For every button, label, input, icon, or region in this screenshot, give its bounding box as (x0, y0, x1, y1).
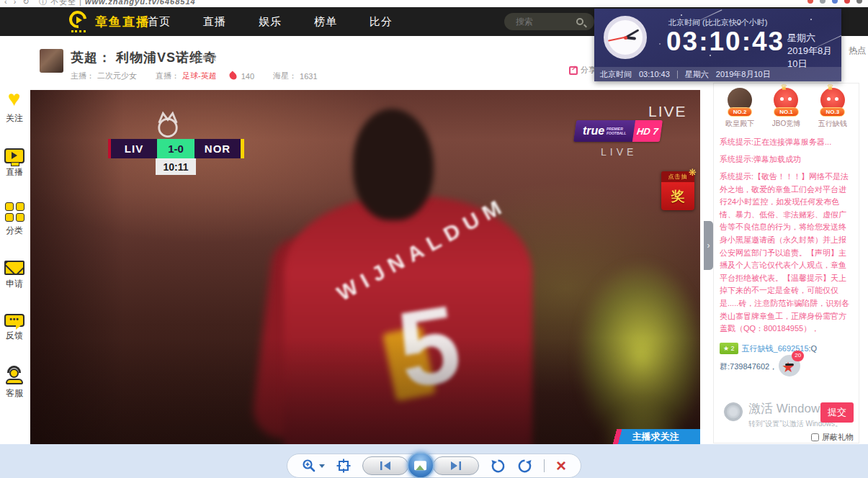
rotate-ccw-icon (491, 459, 506, 474)
next-button[interactable] (433, 456, 479, 475)
magnifier-icon (302, 459, 316, 473)
rail-item-categories[interactable]: 分类 (5, 202, 24, 237)
beijing-clock-widget: 北京时间 (比北京快0个小时) 03:10:43 星期六 2019年8月10日 … (594, 9, 841, 81)
sidebar-collapse-handle[interactable]: › (704, 221, 713, 270)
submit-button[interactable]: 提交 (820, 402, 854, 423)
browser-menu-icon[interactable] (856, 0, 862, 4)
rail-item-service[interactable]: 客服 (4, 366, 24, 400)
rotate-cw-icon (517, 459, 532, 474)
picture-icon (414, 461, 426, 470)
clock-weekday: 星期六 (787, 32, 841, 45)
next-icon (449, 460, 463, 472)
rank-name: 欧皇殿下 (725, 119, 754, 129)
heat-flame-icon (228, 71, 238, 81)
actual-size-button[interactable] (336, 459, 351, 473)
starfish-emoji: ★20 (779, 355, 800, 376)
block-gifts-label: 屏蔽礼物 (822, 432, 854, 443)
rank-3[interactable]: ♛ NO.3 五行缺钱 (810, 88, 855, 129)
rank-badge: NO.1 (774, 107, 799, 117)
report-button[interactable]: !举报 (192, 53, 216, 63)
extension-icon[interactable] (820, 0, 826, 4)
nav-item-ranking[interactable]: 榜单 (314, 15, 337, 29)
chat-log[interactable]: 系统提示:正在连接弹幕服务器... 系统提示:弹幕加载成功 系统提示:【敬告！！… (714, 129, 859, 376)
scoreboard: LIV 1-0 NOR (108, 139, 244, 158)
headset-person-icon (4, 366, 24, 384)
security-label: 不安全 (50, 0, 76, 6)
toolbar-separator (544, 459, 545, 472)
search-box[interactable] (504, 13, 594, 30)
profile-icon[interactable] (844, 0, 850, 4)
nav-item-scores[interactable]: 比分 (370, 15, 393, 29)
emoji-count-badge: 20 (792, 351, 804, 361)
octopus-logo-icon (68, 11, 90, 32)
rail-item-live[interactable]: 直播 (4, 148, 24, 179)
player-head (353, 109, 434, 220)
starfish-count: 1631 (300, 72, 317, 81)
nav-item-entertainment[interactable]: 娱乐 (259, 15, 282, 29)
chat-message: ★ 2五行缺钱_6692515:Q群:739847602，★20 (720, 343, 853, 377)
extension-icon[interactable] (807, 0, 813, 4)
hotspot-link[interactable]: 热点 (841, 45, 866, 57)
monitor-play-icon (4, 148, 24, 163)
url-text: www.zhangyu.tv/6468514 (85, 0, 196, 6)
nav-menu: 首页 直播 娱乐 榜单 比分 (148, 7, 425, 36)
analog-clock-icon (604, 16, 647, 59)
rail-item-feedback[interactable]: •••反馈 (4, 314, 24, 342)
chat-bubble-icon: ••• (4, 314, 24, 327)
nav-item-live[interactable]: 直播 (203, 15, 226, 29)
scoreboard-away-accent (241, 139, 244, 158)
photo-viewer-window: ‹ › ↻ ⓘ 不安全 | www.zhangyu.tv/6468514 章鱼直… (0, 0, 868, 478)
rotate-cw-button[interactable] (517, 459, 532, 474)
rail-item-follow[interactable]: ♥关注 (6, 88, 23, 125)
browser-address-bar: ‹ › ↻ ⓘ 不安全 | www.zhangyu.tv/6468514 (0, 0, 868, 7)
photo-viewer-strip: × (0, 444, 868, 478)
host-avatar[interactable] (40, 49, 63, 73)
host-name: 二次元少女 (97, 71, 137, 81)
address-url[interactable]: ‹ › ↻ ⓘ 不安全 | www.zhangyu.tv/6468514 (4, 0, 196, 7)
lottery-prize-char: 奖 (671, 187, 685, 206)
grid-icon (5, 202, 24, 222)
system-warning-message: 系统提示:【敬告！！！】网络不是法外之地，敬爱的章鱼工们会对平台进行24小时监控… (720, 171, 853, 335)
rank-1[interactable]: ♛ NO.1 JBO竞博 (764, 88, 808, 129)
video-player[interactable]: WIJNALDUM 5 LIV 1-0 NOR 10:11 LIVE true … (30, 90, 700, 444)
category-link[interactable]: 足球-英超 (182, 71, 217, 81)
rail-item-apply[interactable]: 申请 (4, 261, 24, 290)
previous-button[interactable] (362, 456, 408, 475)
report-label: 举报 (202, 53, 216, 63)
host-label: 主播： (71, 71, 94, 81)
search-input[interactable] (504, 17, 576, 27)
crown-icon: ♛ (827, 83, 834, 92)
slideshow-button[interactable] (407, 451, 434, 478)
scoreboard-home: LIV (111, 139, 157, 158)
scoreboard-away: NOR (194, 139, 241, 158)
envelope-icon (4, 261, 24, 275)
medal-icon (724, 402, 743, 421)
block-gifts-toggle[interactable]: 屏蔽礼物 (811, 432, 854, 443)
zoom-button[interactable] (302, 459, 325, 473)
rotate-ccw-button[interactable] (491, 459, 506, 474)
premier-league-lion-icon (151, 110, 184, 139)
channel-badge: true PREMIERFOOTBALL HD 7 (573, 120, 663, 142)
crown-icon: ♛ (780, 83, 787, 92)
scoreboard-score: 1-0 (157, 139, 194, 158)
channel-brand: true (583, 125, 604, 137)
ribbon-icon: ❋ (689, 167, 697, 178)
fit-to-window-icon (336, 459, 351, 473)
nav-item-home[interactable]: 首页 (148, 15, 171, 29)
lottery-box-button[interactable]: 点击抽 奖 ❋ (661, 171, 694, 210)
search-icon[interactable] (576, 18, 583, 25)
rank-2[interactable]: NO.2 欧皇殿下 (717, 88, 762, 129)
match-clock: 10:11 (156, 158, 196, 175)
left-rail: ♥关注 直播 分类 申请 •••反馈 客服 (0, 88, 29, 423)
category-label: 直播： (156, 71, 179, 81)
zoom-dropdown-caret (319, 464, 325, 468)
block-gifts-checkbox[interactable] (811, 433, 819, 441)
site-logo[interactable]: 章鱼直播 (68, 11, 150, 32)
follow-request-banner[interactable]: 主播求关注 (611, 429, 700, 444)
extension-icon[interactable] (832, 0, 838, 4)
system-message: 系统提示:正在连接弹幕服务器... (720, 136, 853, 148)
delete-button[interactable]: × (556, 457, 566, 474)
heart-icon: ♥ (8, 88, 21, 109)
share-icon (569, 66, 578, 75)
navigation-group (362, 456, 479, 475)
